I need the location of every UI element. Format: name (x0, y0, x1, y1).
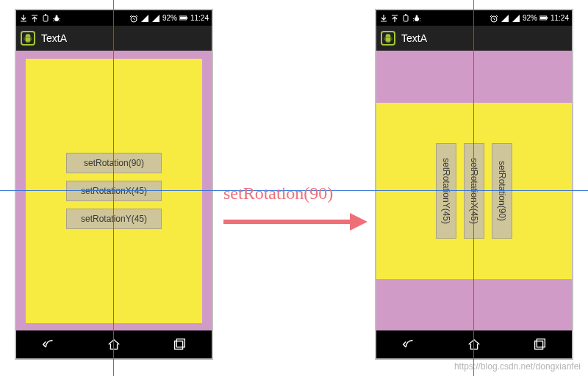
phone-before: 92% 11:24 TextA setRotation(90) setRotat… (15, 9, 213, 360)
upload-icon (390, 14, 399, 23)
svg-rect-18 (534, 341, 542, 349)
alarm-icon (490, 14, 498, 23)
signal-icon (151, 14, 160, 23)
guide-vertical-left (113, 0, 114, 376)
status-bar: 92% 11:24 (376, 10, 572, 26)
guide-vertical-right (473, 0, 474, 376)
nav-bar (376, 330, 572, 358)
svg-rect-6 (180, 16, 186, 18)
svg-rect-19 (537, 339, 545, 347)
app-icon (21, 31, 35, 46)
action-bar: TextA (376, 26, 572, 51)
download-icon (19, 14, 28, 23)
svg-rect-11 (405, 14, 406, 15)
upload-icon (30, 14, 39, 23)
status-right: 92% 11:24 (129, 14, 209, 23)
app-title: TextA (41, 32, 67, 44)
svg-point-3 (56, 15, 58, 17)
download-icon (379, 14, 388, 23)
recent-button[interactable] (531, 336, 548, 352)
battery-icon (179, 14, 188, 23)
signal-4g-icon (501, 14, 509, 23)
status-left (379, 14, 421, 23)
signal-4g-icon (140, 14, 149, 23)
svg-rect-16 (540, 16, 546, 18)
svg-marker-21 (350, 213, 368, 231)
set-rotation-button[interactable]: setRotation(90) (66, 153, 162, 173)
bug-icon (52, 14, 61, 23)
phone-after: 92% 11:24 TextA setRotation(90) setRotat… (375, 9, 573, 360)
svg-point-12 (415, 17, 419, 21)
svg-rect-0 (43, 15, 48, 21)
bug-icon (412, 14, 421, 23)
battery-text: 92% (162, 14, 177, 22)
status-bar: 92% 11:24 (16, 10, 212, 26)
back-button[interactable] (401, 336, 417, 352)
usb-icon (41, 14, 50, 23)
nav-bar (16, 330, 212, 358)
back-button[interactable] (40, 336, 57, 352)
svg-point-2 (54, 17, 59, 21)
watermark: https://blog.csdn.net/dongxianfei (454, 361, 581, 372)
recent-button[interactable] (171, 336, 187, 352)
app-icon (381, 31, 395, 46)
set-rotation-y-button[interactable]: setRotationY(45) (66, 209, 162, 229)
battery-icon (539, 14, 548, 23)
caption: setRotation(90) (223, 184, 333, 203)
alarm-icon (129, 14, 138, 23)
battery-text: 92% (523, 14, 537, 22)
action-bar: TextA (16, 26, 212, 51)
svg-rect-17 (547, 17, 548, 19)
svg-rect-7 (187, 17, 187, 19)
usb-icon (401, 14, 410, 23)
svg-rect-10 (404, 15, 408, 21)
clock-text: 11:24 (190, 14, 209, 22)
svg-point-13 (416, 15, 418, 17)
clock-text: 11:24 (551, 14, 569, 22)
signal-icon (512, 14, 520, 23)
svg-rect-1 (45, 14, 46, 15)
svg-rect-9 (176, 339, 184, 347)
svg-rect-8 (174, 341, 182, 349)
status-right: 92% 11:24 (490, 14, 569, 23)
status-left (19, 14, 61, 23)
app-title: TextA (401, 32, 427, 44)
arrow-icon (220, 207, 368, 236)
